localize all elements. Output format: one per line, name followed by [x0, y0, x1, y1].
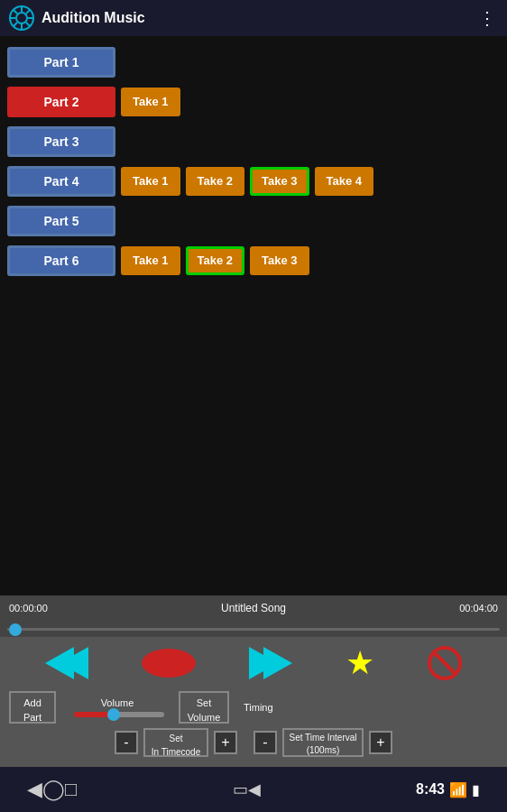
set-volume-button[interactable]: Set Volume	[179, 691, 229, 724]
main-content: Part 1Part 2Take 1Part 3Part 4Take 1Take…	[0, 36, 507, 641]
svg-point-1	[16, 13, 27, 23]
timeline-bar: 00:00:00 Untitled Song 00:04:00	[0, 595, 507, 621]
menu-button[interactable]: ⋮	[478, 7, 498, 29]
controls-row: ★	[0, 637, 507, 689]
take-button-6-1[interactable]: Take 1	[121, 246, 180, 275]
rewind-arrow-left2	[60, 647, 88, 679]
forward-button[interactable]	[248, 645, 293, 681]
part-row-6: Part 6Take 1Take 2Take 3	[0, 244, 507, 278]
home-button[interactable]: ◯	[42, 778, 65, 801]
part-button-3[interactable]: Part 3	[7, 126, 115, 157]
status-icons: 8:43 📶 ▮	[416, 781, 480, 798]
svg-line-9	[14, 23, 18, 27]
take-button-2-1[interactable]: Take 1	[121, 88, 180, 116]
star-icon[interactable]: ★	[346, 644, 374, 682]
volume-slider-container: Volume	[74, 697, 164, 717]
set-interval-button[interactable]: Set Time Interval (100ms)	[282, 728, 364, 757]
part-row-4: Part 4Take 1Take 2Take 3Take 4	[0, 164, 507, 198]
take-button-4-3[interactable]: Take 3	[250, 167, 309, 196]
song-name: Untitled Song	[221, 602, 286, 614]
take-button-6-3[interactable]: Take 3	[250, 246, 309, 275]
cancel-icon[interactable]	[427, 645, 463, 681]
vol-timing-row: Add Part Volume Set Volume Timing	[0, 689, 507, 725]
part-row-3: Part 3	[0, 125, 507, 159]
nav-bar: ◀ ◯ □ ▭ ◀ 8:43 📶 ▮	[0, 767, 507, 812]
part-button-4[interactable]: Part 4	[7, 166, 115, 197]
interval-plus-button[interactable]: +	[369, 731, 392, 754]
svg-line-6	[14, 10, 18, 14]
take-button-4-4[interactable]: Take 4	[315, 167, 374, 196]
svg-line-8	[26, 10, 31, 14]
photo-button[interactable]: ▭	[233, 780, 248, 799]
timing-label: Timing	[244, 702, 273, 713]
svg-line-7	[26, 23, 31, 27]
volume-slider[interactable]	[74, 712, 164, 717]
rewind-button[interactable]	[44, 645, 89, 681]
take-button-6-2[interactable]: Take 2	[186, 246, 245, 275]
record-button[interactable]	[142, 649, 196, 678]
app-title: Audition Music	[41, 10, 478, 26]
progress-line	[7, 628, 500, 631]
timecode-plus-button[interactable]: +	[214, 731, 237, 754]
part-row-1: Part 1	[0, 45, 507, 79]
bottom-area: 00:00:00 Untitled Song 00:04:00 ★	[0, 595, 507, 767]
part-button-2[interactable]: Part 2	[7, 87, 115, 117]
battery-icon: ▮	[472, 781, 480, 798]
timecode-minus-button[interactable]: -	[115, 731, 138, 754]
forward-arrow-right	[263, 647, 292, 679]
media-button[interactable]: ◀	[248, 780, 261, 799]
set-in-timecode-button[interactable]: Set In Timecode	[143, 728, 208, 757]
svg-line-11	[433, 651, 456, 675]
take-button-4-1[interactable]: Take 1	[121, 167, 180, 196]
interval-minus-button[interactable]: -	[254, 731, 277, 754]
add-part-button[interactable]: Add Part	[9, 691, 56, 724]
time-display: 8:43	[416, 781, 445, 798]
app-icon	[9, 5, 34, 31]
part-row-5: Part 5	[0, 204, 507, 238]
time-end: 00:04:00	[459, 603, 498, 614]
volume-label: Volume	[101, 697, 134, 708]
part-button-1[interactable]: Part 1	[7, 47, 115, 78]
take-button-4-2[interactable]: Take 2	[186, 167, 245, 196]
topbar: Audition Music ⋮	[0, 0, 507, 36]
part-button-6[interactable]: Part 6	[7, 245, 115, 276]
part-button-5[interactable]: Part 5	[7, 206, 115, 236]
wifi-icon: 📶	[449, 781, 467, 798]
part-row-2: Part 2Take 1	[0, 85, 507, 119]
progress-track[interactable]	[0, 621, 507, 637]
volume-thumb	[107, 708, 120, 721]
back-button[interactable]: ◀	[27, 778, 42, 801]
timing-row: - Set In Timecode + - Set Time Interval …	[0, 725, 507, 760]
recents-button[interactable]: □	[65, 778, 77, 801]
progress-dot	[9, 623, 22, 636]
time-start: 00:00:00	[9, 603, 48, 614]
